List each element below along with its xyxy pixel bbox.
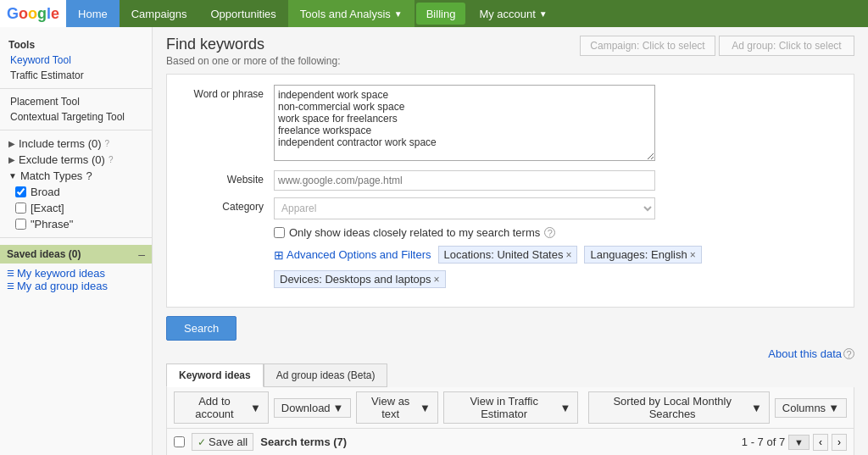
about-data-link[interactable]: About this data ? bbox=[166, 347, 854, 360]
sorted-by-arrow-icon: ▼ bbox=[751, 402, 762, 414]
results-toolbar: Add to account ▼ Download ▼ View as text… bbox=[166, 387, 854, 429]
website-control bbox=[274, 170, 840, 191]
sidebar-match-types[interactable]: ▼ Match Types ? bbox=[0, 168, 152, 184]
nav-opportunities[interactable]: Opportunities bbox=[199, 0, 288, 27]
location-filter-remove-button[interactable]: × bbox=[565, 249, 571, 261]
sidebar-include-terms[interactable]: ▶ Include terms (0) ? bbox=[0, 136, 152, 152]
keyword-form: Word or phrase independent work space no… bbox=[166, 74, 854, 308]
adgroup-select-button[interactable]: Ad group: Click to select bbox=[719, 36, 854, 56]
website-input[interactable] bbox=[274, 170, 655, 191]
sidebar-placement-tool[interactable]: Placement Tool bbox=[0, 94, 152, 109]
google-logo: Google bbox=[0, 0, 66, 27]
closely-related-question-icon[interactable]: ? bbox=[544, 227, 555, 238]
ad-group-ideas-list-icon: ☰ bbox=[7, 281, 14, 291]
about-data-question-icon[interactable]: ? bbox=[843, 348, 854, 359]
category-label: Category bbox=[181, 197, 274, 213]
devices-filter-remove-button[interactable]: × bbox=[433, 274, 439, 286]
nav-tools[interactable]: Tools and Analysis ▼ bbox=[288, 0, 415, 27]
columns-button[interactable]: Columns ▼ bbox=[775, 398, 847, 418]
exclude-arrow-icon: ▶ bbox=[8, 155, 15, 164]
advanced-options-row: ⊞ Advanced Options and Filters Locations… bbox=[181, 246, 840, 297]
campaign-select-button[interactable]: Campaign: Click to select bbox=[580, 36, 715, 56]
page-subtitle: Based on one or more of the following: bbox=[166, 55, 340, 67]
view-traffic-estimator-button[interactable]: View in Traffic Estimator ▼ bbox=[443, 391, 579, 424]
sidebar-contextual-targeting[interactable]: Contextual Targeting Tool bbox=[0, 109, 152, 125]
main-content: Find keywords Based on one or more of th… bbox=[153, 27, 868, 455]
result-tabs: Keyword ideas Ad group ideas (Beta) bbox=[166, 363, 854, 387]
match-types-arrow-icon: ▼ bbox=[8, 171, 17, 180]
advanced-plus-icon: ⊞ bbox=[274, 248, 284, 262]
download-button[interactable]: Download ▼ bbox=[274, 398, 352, 418]
tab-keyword-ideas[interactable]: Keyword ideas bbox=[166, 363, 264, 387]
add-to-account-button[interactable]: Add to account ▼ bbox=[174, 391, 269, 424]
include-question-icon[interactable]: ? bbox=[105, 139, 110, 148]
keywords-textarea[interactable]: independent work space non-commercial wo… bbox=[274, 85, 655, 161]
search-terms-label: Search terms (7) bbox=[260, 436, 347, 448]
nav-home[interactable]: Home bbox=[66, 0, 120, 27]
phrase-checkbox-input[interactable] bbox=[15, 219, 26, 230]
search-button-row: Search bbox=[166, 316, 854, 341]
sidebar-exclude-terms[interactable]: ▶ Exclude terms (0) ? bbox=[0, 152, 152, 168]
sidebar-keyword-tool[interactable]: Keyword Tool bbox=[0, 53, 152, 68]
keyword-ideas-list-icon: ☰ bbox=[7, 269, 14, 278]
results-table-wrapper: ✓ Save all Search terms (7) 1 - 7 of 7 ▼… bbox=[166, 429, 854, 455]
website-row: Website bbox=[181, 170, 840, 191]
closely-related-checkbox[interactable] bbox=[274, 227, 285, 238]
add-to-account-arrow-icon: ▼ bbox=[250, 402, 261, 414]
word-or-phrase-row: Word or phrase independent work space no… bbox=[181, 85, 840, 164]
advanced-options-link[interactable]: ⊞ Advanced Options and Filters bbox=[274, 248, 431, 262]
prev-page-button[interactable]: ‹ bbox=[813, 434, 828, 451]
tools-arrow-icon: ▼ bbox=[394, 9, 403, 19]
broad-checkbox-input[interactable] bbox=[15, 186, 26, 197]
exact-checkbox-input[interactable] bbox=[15, 203, 26, 214]
search-button[interactable]: Search bbox=[166, 316, 236, 341]
advanced-options-control: ⊞ Advanced Options and Filters Locations… bbox=[274, 246, 840, 297]
closely-related-control: Only show ideas closely related to my se… bbox=[274, 226, 840, 239]
sidebar-broad-checkbox[interactable]: Broad bbox=[0, 184, 152, 200]
closely-related-label[interactable]: Only show ideas closely related to my se… bbox=[274, 226, 840, 239]
nav-billing[interactable]: Billing bbox=[416, 3, 466, 25]
advanced-row: ⊞ Advanced Options and Filters Locations… bbox=[274, 246, 840, 288]
sidebar-exact-checkbox[interactable]: [Exact] bbox=[0, 200, 152, 216]
nav-campaigns[interactable]: Campaigns bbox=[120, 0, 199, 27]
exclude-question-icon[interactable]: ? bbox=[108, 155, 114, 164]
location-filter-tag: Locations: United States × bbox=[438, 246, 578, 264]
language-filter-tag: Languages: English × bbox=[584, 246, 701, 264]
devices-filter-tag: Devices: Desktops and laptops × bbox=[274, 270, 446, 288]
checkbox-row-container: Only show ideas closely related to my se… bbox=[181, 226, 840, 239]
save-all-button[interactable]: ✓ Save all bbox=[192, 433, 253, 451]
my-ad-group-ideas-link[interactable]: ☰ My ad group ideas bbox=[7, 280, 145, 292]
next-page-button[interactable]: › bbox=[832, 434, 847, 451]
sidebar-traffic-estimator[interactable]: Traffic Estimator bbox=[0, 68, 152, 83]
view-as-text-button[interactable]: View as text ▼ bbox=[356, 391, 437, 424]
category-control: Apparel bbox=[274, 197, 840, 219]
include-arrow-icon: ▶ bbox=[8, 139, 15, 148]
save-all-check-icon: ✓ bbox=[198, 436, 206, 448]
find-keywords-header: Find keywords Based on one or more of th… bbox=[166, 36, 854, 67]
sorted-by-button[interactable]: Sorted by Local Monthly Searches ▼ bbox=[588, 391, 769, 424]
campaign-selects: Campaign: Click to select Ad group: Clic… bbox=[580, 36, 854, 56]
saved-ideas-minimize-button[interactable]: – bbox=[138, 248, 145, 260]
category-select[interactable]: Apparel bbox=[274, 197, 655, 219]
sidebar-phrase-checkbox[interactable]: "Phrase" bbox=[0, 216, 152, 232]
page-indicator: ▼ bbox=[788, 435, 810, 450]
saved-ideas-links: ☰ My keyword ideas ☰ My ad group ideas bbox=[0, 264, 152, 296]
page-title: Find keywords bbox=[166, 36, 340, 53]
columns-arrow-icon: ▼ bbox=[828, 402, 839, 414]
match-types-question-icon[interactable]: ? bbox=[86, 169, 92, 182]
my-keyword-ideas-link[interactable]: ☰ My keyword ideas bbox=[7, 267, 145, 280]
word-or-phrase-control: independent work space non-commercial wo… bbox=[274, 85, 840, 164]
sidebar: Tools Keyword Tool Traffic Estimator Pla… bbox=[0, 27, 153, 455]
select-all-checkbox[interactable] bbox=[174, 436, 185, 447]
language-filter-remove-button[interactable]: × bbox=[690, 249, 696, 261]
tab-ad-group-ideas[interactable]: Ad group ideas (Beta) bbox=[264, 363, 388, 387]
view-as-text-arrow-icon: ▼ bbox=[420, 402, 431, 414]
website-label: Website bbox=[181, 170, 274, 186]
word-or-phrase-label: Word or phrase bbox=[181, 85, 274, 100]
saved-ideas-title: Saved ideas (0) bbox=[7, 248, 81, 260]
view-traffic-arrow-icon: ▼ bbox=[559, 402, 570, 414]
sidebar-tools-title: Tools bbox=[0, 34, 152, 53]
nav-account[interactable]: My account ▼ bbox=[467, 0, 559, 27]
download-arrow-icon: ▼ bbox=[333, 402, 344, 414]
table-header-bar: ✓ Save all Search terms (7) 1 - 7 of 7 ▼… bbox=[167, 429, 854, 455]
